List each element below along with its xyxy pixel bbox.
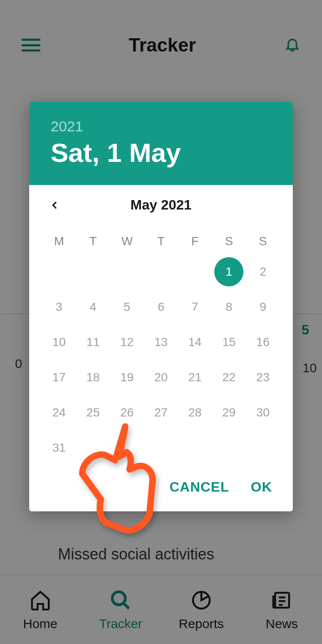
calendar-day[interactable]: 23: [246, 360, 280, 395]
date-picker-actions: CANCEL OK: [29, 470, 293, 511]
cancel-button[interactable]: CANCEL: [170, 479, 229, 495]
calendar-day[interactable]: 6: [144, 289, 178, 325]
calendar-day: [246, 430, 280, 465]
calendar-day[interactable]: 9: [246, 289, 280, 325]
calendar-day[interactable]: 13: [144, 325, 178, 360]
calendar-day[interactable]: 4: [76, 289, 110, 325]
weekday-label: T: [76, 228, 110, 254]
calendar-day[interactable]: 11: [76, 325, 110, 360]
calendar-day[interactable]: 20: [144, 360, 178, 395]
calendar-day: [110, 254, 144, 289]
calendar-day: [110, 430, 144, 465]
weekday-label: S: [246, 228, 280, 254]
calendar-day[interactable]: 8: [212, 289, 246, 325]
calendar-day[interactable]: 7: [178, 289, 212, 325]
calendar-day[interactable]: 2: [246, 254, 280, 289]
weekday-label: F: [178, 228, 212, 254]
calendar-day: [144, 254, 178, 289]
calendar-day[interactable]: 26: [110, 395, 144, 430]
calendar-week-row: 3456789: [42, 289, 280, 325]
calendar-week-row: 10111213141516: [42, 325, 280, 360]
date-picker-header: 2021 Sat, 1 May: [29, 102, 293, 185]
calendar-day: [212, 430, 246, 465]
calendar-day[interactable]: 12: [110, 325, 144, 360]
calendar-day: [144, 430, 178, 465]
calendar-week-row: 17181920212223: [42, 360, 280, 395]
calendar-day[interactable]: 29: [212, 395, 246, 430]
calendar-day[interactable]: 31: [42, 430, 76, 465]
weekday-label: T: [144, 228, 178, 254]
calendar-day: [42, 254, 76, 289]
calendar-day: [76, 254, 110, 289]
calendar-day[interactable]: 21: [178, 360, 212, 395]
calendar-weekday-row: M T W T F S S: [42, 228, 280, 254]
app-root: Tracker 0 5 10 Missed social activities …: [0, 0, 322, 644]
date-picker-selected-date[interactable]: Sat, 1 May: [51, 137, 271, 168]
calendar-day[interactable]: 15: [212, 325, 246, 360]
calendar-day[interactable]: 28: [178, 395, 212, 430]
weekday-label: W: [110, 228, 144, 254]
date-picker-year[interactable]: 2021: [51, 118, 271, 135]
calendar-day[interactable]: 1: [212, 254, 246, 289]
calendar-day[interactable]: 16: [246, 325, 280, 360]
calendar-day[interactable]: 18: [76, 360, 110, 395]
calendar-day[interactable]: 3: [42, 289, 76, 325]
ok-button[interactable]: OK: [251, 479, 272, 495]
calendar-day[interactable]: 14: [178, 325, 212, 360]
weekday-label: M: [42, 228, 76, 254]
calendar-nav: May 2021: [29, 185, 293, 221]
calendar-day[interactable]: 10: [42, 325, 76, 360]
calendar-week-row: 12: [42, 254, 280, 289]
weekday-label: S: [212, 228, 246, 254]
calendar-day[interactable]: 30: [246, 395, 280, 430]
calendar-month-label: May 2021: [42, 197, 280, 213]
calendar-day[interactable]: 24: [42, 395, 76, 430]
calendar-week-row: 24252627282930: [42, 395, 280, 430]
calendar-day[interactable]: 17: [42, 360, 76, 395]
date-picker-modal: 2021 Sat, 1 May May 2021 M T W T F S S 1…: [29, 102, 293, 511]
calendar-week-row: 31: [42, 430, 280, 465]
calendar-grid: M T W T F S S 12345678910111213141516171…: [29, 221, 293, 470]
calendar-day: [178, 430, 212, 465]
calendar-day[interactable]: 25: [76, 395, 110, 430]
calendar-day: [76, 430, 110, 465]
calendar-day: [178, 254, 212, 289]
calendar-day[interactable]: 22: [212, 360, 246, 395]
calendar-day[interactable]: 5: [110, 289, 144, 325]
calendar-day[interactable]: 19: [110, 360, 144, 395]
calendar-day[interactable]: 27: [144, 395, 178, 430]
